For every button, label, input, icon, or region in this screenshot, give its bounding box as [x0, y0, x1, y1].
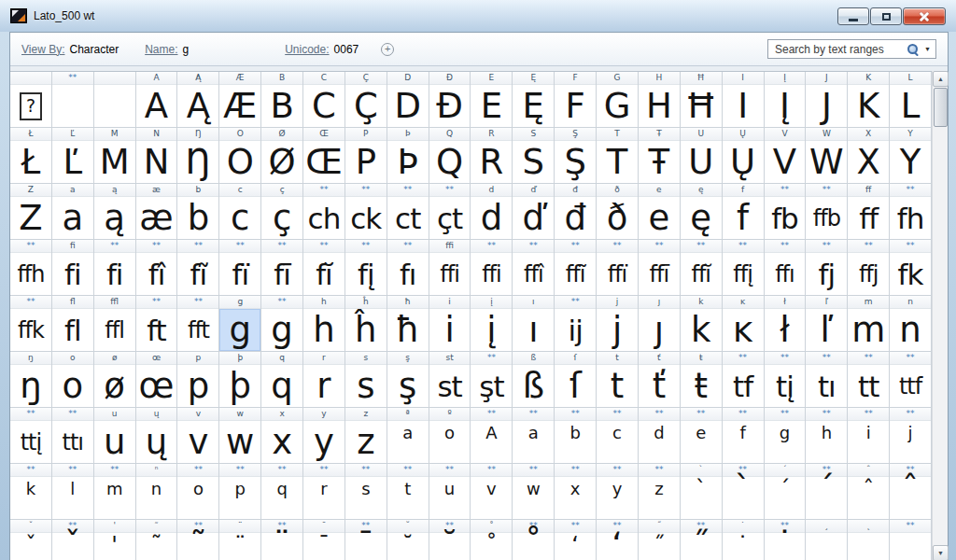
glyph-cell[interactable]: ďď	[513, 184, 555, 240]
glyph-cell[interactable]: flfl	[52, 296, 94, 352]
glyph-cell[interactable]: ˛˛	[848, 520, 890, 560]
glyph-cell[interactable]: **fi	[94, 240, 136, 296]
glyph-cell[interactable]: çç	[261, 184, 303, 240]
glyph-cell[interactable]: ęę	[681, 184, 723, 240]
glyph-cell[interactable]: ȷȷ	[639, 296, 681, 352]
glyph-cell[interactable]: TT	[597, 128, 639, 184]
glyph-cell[interactable]: **fı	[387, 240, 429, 296]
glyph-cell[interactable]: **z	[639, 464, 681, 520]
glyph-cell[interactable]: tt	[597, 352, 639, 408]
glyph-cell[interactable]: ıı	[513, 296, 555, 352]
glyph-cell[interactable]: **ttį	[10, 408, 52, 464]
glyph-cell[interactable]: rr	[303, 352, 345, 408]
scroll-down-button[interactable]: ▼	[933, 545, 949, 560]
glyph-cell[interactable]: **v	[471, 464, 513, 520]
glyph-cell[interactable]: ťť	[639, 352, 681, 408]
glyph-cell[interactable]: øø	[94, 352, 136, 408]
glyph-cell[interactable]: **p	[219, 464, 261, 520]
glyph-cell[interactable]: **k	[10, 464, 52, 520]
glyph-cell[interactable]: ŞŞ	[555, 128, 597, 184]
glyph-cell[interactable]: **u	[429, 464, 471, 520]
glyph-cell[interactable]: ĘĘ	[513, 72, 555, 128]
glyph-cell[interactable]: **ʻ	[555, 520, 597, 560]
unicode-label[interactable]: Unicode:	[285, 43, 329, 56]
glyph-cell[interactable]: ''	[94, 520, 136, 560]
glyph-cell[interactable]: **ffĭ	[681, 240, 723, 296]
scroll-up-button[interactable]: ▲	[933, 71, 949, 87]
glyph-cell[interactable]: GG	[597, 72, 639, 128]
glyph-cell[interactable]: įį	[471, 296, 513, 352]
glyph-cell[interactable]: **ffh	[10, 240, 52, 296]
glyph-cell[interactable]: ŒŒ	[303, 128, 345, 184]
glyph-cell[interactable]: ˙˙	[723, 520, 765, 560]
glyph-cell[interactable]: EE	[471, 72, 513, 128]
glyph-cell[interactable]: ææ	[136, 184, 178, 240]
glyph-cell[interactable]: **j	[890, 408, 932, 464]
glyph-cell[interactable]: OO	[219, 128, 261, 184]
glyph-cell[interactable]: **ck	[345, 184, 387, 240]
glyph-cell[interactable]: **fĭ	[303, 240, 345, 296]
glyph-cell[interactable]: ˇˇ	[10, 520, 52, 560]
glyph-cell[interactable]: qq	[261, 352, 303, 408]
glyph-cell[interactable]: RR	[471, 128, 513, 184]
glyph-cell[interactable]: **q	[261, 464, 303, 520]
glyph-cell[interactable]: ŋŋ	[10, 352, 52, 408]
glyph-cell[interactable]: ŧŧ	[681, 352, 723, 408]
unicode-value[interactable]: 0067	[334, 43, 359, 56]
glyph-cell[interactable]: **ffj	[848, 240, 890, 296]
glyph-cell[interactable]: MM	[94, 128, 136, 184]
glyph-cell[interactable]: ˆˆ	[848, 464, 890, 520]
glyph-cell[interactable]: NN	[136, 128, 178, 184]
glyph-cell[interactable]: ĦĦ	[681, 72, 723, 128]
glyph-cell[interactable]: vv	[177, 408, 219, 464]
glyph-cell[interactable]: ĐĐ	[429, 72, 471, 128]
search-dropdown-arrow-icon[interactable]: ▼	[924, 46, 931, 52]
glyph-cell[interactable]: **ffk	[10, 296, 52, 352]
glyph-cell[interactable]: ĥĥ	[345, 296, 387, 352]
glyph-cell[interactable]: ee	[639, 184, 681, 240]
glyph-cell[interactable]: kk	[681, 296, 723, 352]
glyph-cell[interactable]: **f	[723, 408, 765, 464]
glyph-cell[interactable]: cc	[219, 184, 261, 240]
glyph-cell[interactable]: ĄĄ	[177, 72, 219, 128]
glyph-cell[interactable]: ˚˚	[471, 520, 513, 560]
glyph-cell[interactable]: **ij	[555, 296, 597, 352]
glyph-cell[interactable]: ss	[345, 352, 387, 408]
minimize-button[interactable]	[837, 7, 869, 25]
glyph-cell[interactable]: ľľ	[806, 296, 848, 352]
glyph-cell[interactable]: **ttf	[890, 352, 932, 408]
glyph-cell[interactable]: **A	[471, 408, 513, 464]
maximize-button[interactable]	[870, 7, 902, 25]
glyph-cell[interactable]: FF	[555, 72, 597, 128]
glyph-cell[interactable]: ĮĮ	[765, 72, 807, 128]
glyph-cell[interactable]: ĽĽ	[52, 128, 94, 184]
glyph-cell[interactable]: ªa	[387, 408, 429, 464]
goto-codepoint-button[interactable]: +	[381, 43, 394, 56]
glyph-cell[interactable]: đđ	[555, 184, 597, 240]
glyph-cell[interactable]: þþ	[219, 352, 261, 408]
search-icon[interactable]	[907, 43, 919, 55]
glyph-cell[interactable]: **ffī	[639, 240, 681, 296]
view-by-value[interactable]: Character	[69, 43, 119, 56]
glyph-cell[interactable]: **ffî	[513, 240, 555, 296]
glyph-cell[interactable]: **fh	[890, 184, 932, 240]
glyph-cell[interactable]: **ct	[387, 184, 429, 240]
glyph-cell[interactable]: ĸĸ	[723, 296, 765, 352]
glyph-cell[interactable]: **tį	[765, 352, 807, 408]
glyph-cell[interactable]: ðð	[597, 184, 639, 240]
glyph-cell[interactable]: ˝˝	[639, 520, 681, 560]
glyph-cell[interactable]: **m	[94, 464, 136, 520]
glyph-cell[interactable]: ÆÆ	[219, 72, 261, 128]
glyph-cell[interactable]: ff	[723, 184, 765, 240]
glyph-cell[interactable]: KK	[848, 72, 890, 128]
glyph-cell[interactable]: **t	[387, 464, 429, 520]
glyph-cell[interactable]: PP	[345, 128, 387, 184]
close-button[interactable]	[903, 7, 946, 25]
glyph-cell[interactable]: ˜˜	[136, 520, 178, 560]
glyph-cell[interactable]: **ffï	[597, 240, 639, 296]
glyph-cell[interactable]: **fî	[136, 240, 178, 296]
glyph-cell[interactable]: LL	[890, 72, 932, 128]
glyph-cell[interactable]: ``	[681, 464, 723, 520]
glyph-cell[interactable]: **˜	[177, 520, 219, 560]
scroll-thumb[interactable]	[934, 88, 948, 127]
